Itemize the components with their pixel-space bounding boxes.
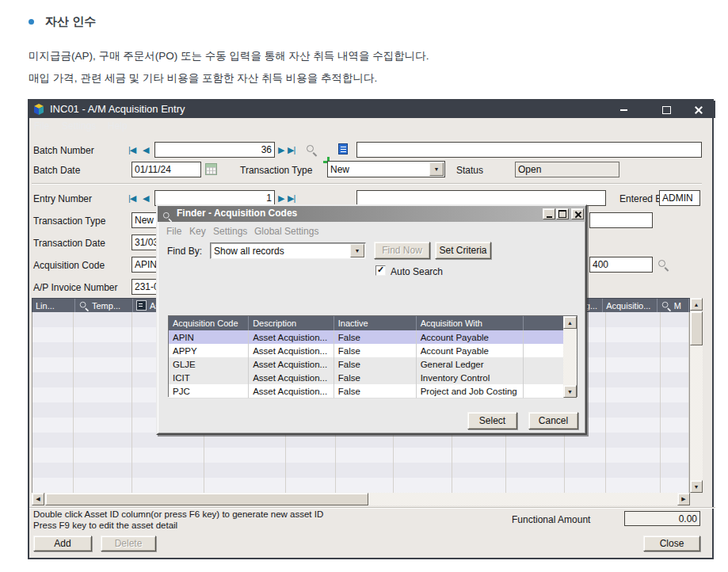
- grid-cell[interactable]: [286, 463, 336, 479]
- grid-cell[interactable]: [565, 433, 606, 448]
- document-finder-icon[interactable]: [657, 259, 669, 271]
- grid-cell[interactable]: [565, 478, 606, 494]
- entry-number-field[interactable]: 1: [154, 190, 275, 206]
- finder-cell[interactable]: False: [334, 330, 417, 345]
- grid-cell[interactable]: [132, 463, 204, 479]
- grid-cell[interactable]: [132, 448, 204, 463]
- grid-cell[interactable]: [74, 312, 132, 328]
- next-entry-button[interactable]: [278, 190, 284, 206]
- grid-cell[interactable]: [204, 463, 285, 479]
- finder-row[interactable]: GLJEAsset Acquistion...FalseGeneral Ledg…: [169, 357, 577, 371]
- auto-search-checkbox[interactable]: [375, 265, 386, 276]
- grid-scroll-left-button[interactable]: [32, 493, 44, 505]
- grid-cell[interactable]: [661, 402, 689, 418]
- grid-cell[interactable]: [74, 372, 132, 388]
- grid-column-header[interactable]: Lin...: [32, 299, 75, 312]
- close-button-footer[interactable]: Close: [643, 536, 700, 551]
- grid-cell[interactable]: [32, 387, 74, 403]
- grid-cell[interactable]: [606, 478, 661, 494]
- previous-entry-button[interactable]: [143, 190, 149, 206]
- grid-cell[interactable]: [74, 402, 132, 418]
- grid-cell[interactable]: [606, 372, 661, 388]
- grid-cell[interactable]: [452, 463, 506, 479]
- grid-cell[interactable]: [74, 357, 132, 373]
- finder-cell[interactable]: Account Payable: [417, 330, 524, 345]
- finder-column-header[interactable]: Acquisition With: [417, 316, 524, 330]
- grid-cell[interactable]: [606, 402, 661, 418]
- grid-cell[interactable]: [336, 463, 394, 479]
- grid-cell[interactable]: [286, 478, 336, 494]
- batch-info-icon[interactable]: [338, 143, 348, 154]
- menu-help[interactable]: Help: [108, 120, 128, 132]
- grid-scroll-up-button[interactable]: [690, 298, 703, 311]
- grid-cell[interactable]: [606, 433, 661, 448]
- grid-cell[interactable]: [336, 478, 394, 494]
- grid-cell[interactable]: [74, 433, 132, 448]
- grid-cell[interactable]: [565, 463, 606, 479]
- grid-cell[interactable]: [32, 433, 74, 448]
- grid-vscroll-thumb[interactable]: [690, 311, 703, 345]
- finder-cell[interactable]: Inventory Control: [417, 371, 524, 385]
- add-button[interactable]: Add: [33, 536, 92, 551]
- finder-scroll-track[interactable]: [563, 329, 577, 385]
- grid-cell[interactable]: [32, 418, 74, 433]
- grid-cell[interactable]: [286, 433, 336, 448]
- finder-menu-settings[interactable]: Settings: [213, 226, 247, 237]
- grid-column-header[interactable]: Acquisitio...: [603, 299, 657, 312]
- finder-titlebar[interactable]: Finder - Acquisition Codes: [158, 206, 585, 222]
- chevron-down-icon[interactable]: [429, 162, 444, 176]
- grid-cell[interactable]: [74, 342, 132, 358]
- finder-minimize-button[interactable]: [543, 208, 555, 219]
- grid-row[interactable]: [32, 463, 689, 478]
- finder-column-header[interactable]: Description: [249, 316, 334, 330]
- grid-cell[interactable]: [32, 463, 74, 479]
- grid-cell[interactable]: [32, 327, 74, 343]
- delete-button[interactable]: Delete: [101, 536, 156, 551]
- finder-cell[interactable]: False: [334, 357, 417, 372]
- grid-cell[interactable]: [336, 448, 394, 463]
- finder-column-header[interactable]: Inactive: [334, 316, 417, 330]
- grid-cell[interactable]: [606, 418, 661, 433]
- finder-cell[interactable]: APIN: [169, 330, 249, 345]
- finder-cell[interactable]: Asset Acquistion...: [249, 384, 334, 398]
- finder-row[interactable]: PJCAsset Acquistion...FalseProject and J…: [169, 384, 577, 398]
- finder-cell[interactable]: Asset Acquistion...: [249, 357, 334, 372]
- grid-cell[interactable]: [661, 433, 689, 448]
- grid-cell[interactable]: [204, 433, 285, 448]
- minimize-button[interactable]: [616, 103, 631, 116]
- grid-cell[interactable]: [661, 448, 689, 463]
- grid-cell[interactable]: [32, 402, 74, 418]
- grid-cell[interactable]: [661, 387, 689, 403]
- finder-cell[interactable]: ICIT: [169, 371, 249, 385]
- last-batch-button[interactable]: [288, 142, 295, 158]
- finder-close-button[interactable]: [571, 208, 584, 219]
- grid-cell[interactable]: [661, 372, 689, 388]
- batch-date-field[interactable]: 01/11/24: [131, 162, 201, 177]
- finder-menu-global-settings[interactable]: Global Settings: [254, 226, 318, 237]
- grid-row[interactable]: [32, 448, 689, 463]
- finder-cell[interactable]: False: [334, 384, 417, 398]
- grid-cell[interactable]: [452, 433, 506, 448]
- cancel-button[interactable]: Cancel: [528, 412, 578, 429]
- finder-scroll-down-button[interactable]: [563, 385, 577, 398]
- calendar-icon[interactable]: [205, 163, 217, 175]
- grid-cell[interactable]: [452, 448, 506, 463]
- grid-cell[interactable]: [74, 463, 132, 479]
- grid-cell[interactable]: [661, 342, 689, 358]
- grid-cell[interactable]: [606, 463, 661, 479]
- grid-cell[interactable]: [606, 327, 661, 343]
- find-now-button[interactable]: Find Now: [374, 242, 430, 259]
- grid-cell[interactable]: [32, 312, 74, 328]
- finder-cell[interactable]: False: [334, 344, 417, 358]
- finder-cell[interactable]: Account Payable: [417, 344, 524, 358]
- batch-finder-icon[interactable]: [306, 144, 318, 156]
- account-field[interactable]: 400: [589, 257, 653, 273]
- entry-description-field[interactable]: [356, 190, 606, 206]
- grid-column-header[interactable]: M: [657, 299, 689, 312]
- grid-cell[interactable]: [74, 448, 132, 463]
- grid-cell[interactable]: [606, 342, 661, 358]
- grid-cell[interactable]: [204, 478, 285, 494]
- finder-row[interactable]: ICITAsset Acquistion...FalseInventory Co…: [169, 371, 577, 384]
- grid-cell[interactable]: [394, 433, 452, 448]
- grid-cell[interactable]: [394, 463, 452, 479]
